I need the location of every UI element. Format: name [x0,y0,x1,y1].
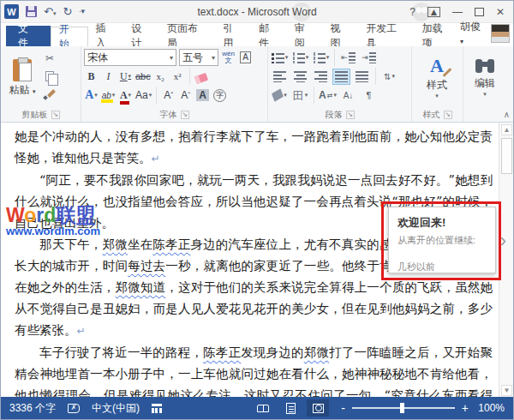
tab-7[interactable]: 视图 [322,26,358,46]
word-count[interactable]: 3336 个字 [9,401,56,416]
multilevel-list-button[interactable]: ▾ [312,50,330,66]
line-spacing-button[interactable]: ⇅▾ [380,69,398,85]
resume-reading-popup[interactable]: 欢迎回来! 从离开的位置继续: 几秒以前 › [388,207,496,273]
paragraph-3[interactable]: 车子行驶了将近一半的路程，陈孝正发现身边的郑微打了一阵瞌睡之后，又开始聚精会神地… [15,342,493,398]
justify-button[interactable] [332,69,350,85]
language-indicator[interactable]: 中文(中国) [92,401,140,416]
watermark-url: www.wordlm.com [6,225,100,237]
ribbon-display-options-button[interactable]: ▲ [427,7,440,17]
minimize-button[interactable]: — [452,7,463,17]
vertical-scrollbar[interactable]: ▲ ▼ [499,123,513,398]
character-shading-button[interactable]: A [195,87,210,103]
decrease-indent-button[interactable]: ⇤ [339,50,357,66]
highlight-color-button[interactable]: ab▾ [101,87,116,103]
web-layout-button[interactable] [307,399,329,417]
proofing-errors-icon[interactable]: ✗ [68,404,80,413]
customize-qat-button[interactable]: ⸱▾ [79,8,85,15]
tab-8[interactable]: 开发工具 [358,26,414,46]
phonetic-guide-button[interactable]: wén文 [221,50,236,65]
distribute-button[interactable] [353,69,371,85]
user-avatar[interactable] [491,24,510,43]
scroll-down-icon[interactable]: ▼ [501,385,512,396]
zoom-level[interactable]: 100% [475,402,505,414]
collapse-ribbon-button[interactable]: ∧ [504,110,510,119]
format-painter-button[interactable] [41,87,58,102]
styles-dialog-launcher[interactable]: ↘ [444,111,452,119]
borders-button[interactable]: 田▾ [291,87,309,104]
read-mode-icon [257,405,269,412]
font-color-button[interactable]: A▾ [118,87,133,103]
numbering-button[interactable]: ▾ [291,50,309,66]
character-border-button[interactable]: A [238,50,253,65]
align-center-icon [294,71,307,82]
bold-button[interactable]: B [84,69,99,84]
resume-popup-title: 欢迎回来! [397,215,487,231]
maximize-button[interactable] [475,8,484,16]
tab-3[interactable]: 页面布局 [159,26,215,46]
resume-popup-subtitle: 从离开的位置继续: [397,234,487,247]
resume-popup-time: 几秒以前 [397,261,487,273]
increase-indent-button[interactable]: ⇥ [360,50,378,66]
help-button[interactable]: ? [409,7,415,17]
scrollbar-thumb[interactable] [501,138,512,174]
underline-button[interactable]: U▾ [118,69,133,84]
shading-button[interactable]: ▾ [271,87,289,104]
shrink-font-button[interactable]: A [178,87,193,103]
paste-button[interactable]: 粘贴 ▾ [3,49,41,107]
print-layout-button[interactable] [279,399,302,417]
subscript-button[interactable]: x₂ [153,69,168,84]
superscript-button[interactable]: x² [170,69,185,84]
tab-2[interactable]: 设计 [123,26,159,46]
tab-file[interactable]: 文件 [6,26,51,46]
font-size-combobox[interactable]: 五号▾ [179,49,218,66]
enclose-characters-button[interactable]: 字 [212,87,227,103]
align-left-icon [273,71,286,82]
undo-button[interactable]: ↶▾ [44,6,56,17]
clipboard-dialog-launcher[interactable]: ↘ [51,111,60,119]
sort-button[interactable]: A↓ [339,87,357,104]
align-left-button[interactable] [271,69,289,85]
paragraph-0[interactable]: 她是个冲动的人，没有多想，抱着行李就下了车，一路跑着到他面前，她心知他必定责怪她… [15,126,493,170]
strikethrough-button[interactable]: abc [135,69,151,84]
change-case-button[interactable]: Aa▾ [135,87,152,103]
zoom-out-button[interactable]: - [341,402,345,414]
editing-button[interactable]: 编辑 ▾ [466,49,504,107]
grow-font-button[interactable]: A [161,87,176,103]
tab-6[interactable]: 审阅 [287,26,323,46]
zoom-control: - + 100% [341,402,505,414]
document-area[interactable]: 她是个冲动的人，没有多想，抱着行李就下了车，一路跑着到他面前，她心知他必定责怪她… [1,123,513,398]
bullets-button[interactable]: ▾ [271,50,289,66]
zoom-in-button[interactable]: + [462,402,469,414]
redo-button[interactable]: ↻ [63,6,72,17]
user-name[interactable]: 胡俊 ▾ [460,20,487,46]
styles-button[interactable]: A 样式 ▾ [415,49,459,107]
zoom-slider-thumb[interactable] [400,403,404,413]
read-mode-button[interactable] [252,399,274,417]
editing-group: 编辑 ▾ [463,46,508,122]
watermark-logo: Word联盟 [6,205,100,225]
tab-4[interactable]: 引用 [215,26,251,46]
tab-5[interactable]: 邮件 [251,26,287,46]
macro-recording-icon[interactable] [152,404,162,413]
zoom-slider[interactable] [352,407,455,409]
tab-1[interactable]: 插入 [88,26,124,46]
scroll-up-icon[interactable]: ▲ [501,124,512,135]
styles-group: A 样式 ▾ 样式↘ [412,46,463,122]
italic-button[interactable]: I [101,69,116,84]
tab-0[interactable]: 开始 [51,27,88,47]
align-right-button[interactable] [312,69,330,85]
close-button[interactable]: ✕ [496,7,505,17]
clear-formatting-button[interactable] [194,69,209,84]
font-name-combobox[interactable]: 宋体▾ [84,49,176,66]
paragraph-dialog-launcher[interactable]: ↘ [346,111,355,119]
save-button[interactable] [26,6,37,17]
text-effects-button[interactable]: A▾ [84,87,99,103]
align-center-button[interactable] [291,69,309,85]
font-dialog-launcher[interactable]: ↘ [181,111,189,119]
spellcheck-underline: 陈孝正 [203,345,241,359]
asian-layout-button[interactable]: A⇄▾ [319,87,337,104]
cut-button[interactable]: ✂ [41,51,58,66]
tab-9[interactable]: 加载项 [415,26,461,46]
show-hide-marks-button[interactable]: ¶ [360,87,378,104]
copy-button[interactable] [41,69,58,84]
